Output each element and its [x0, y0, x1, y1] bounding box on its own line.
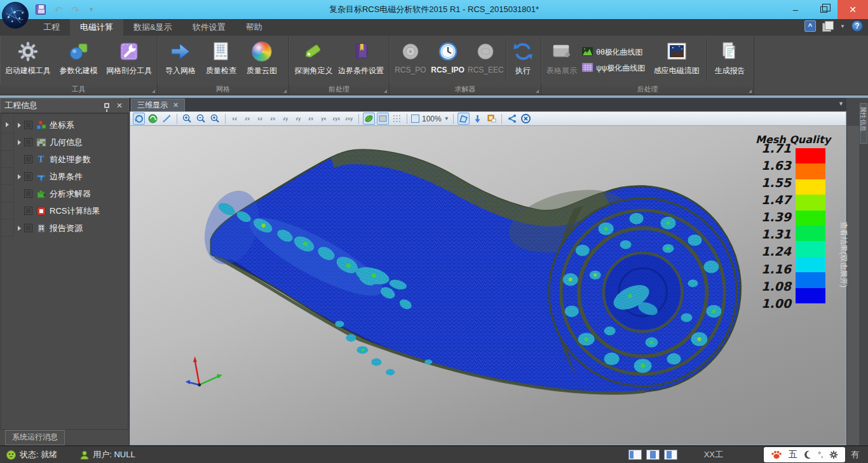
copy-window-icon[interactable] — [485, 113, 498, 125]
ime-toolbar[interactable]: 五 °, — [764, 447, 845, 462]
view-zx3-button[interactable]: zx — [306, 113, 316, 124]
flat-surface-icon[interactable] — [377, 113, 389, 125]
document-area: 三维显示 ✕ ▼ x — [130, 98, 846, 445]
property-info-tab[interactable]: 属性信息 — [860, 103, 867, 144]
polygon-select-icon[interactable] — [458, 113, 470, 125]
import-mesh-button[interactable]: 导入网格 — [160, 37, 201, 84]
tree-checkbox[interactable] — [24, 207, 32, 215]
tab-help[interactable]: 帮助 — [236, 19, 273, 36]
group-expand-icon[interactable] — [749, 90, 752, 93]
layout-center-panel-icon[interactable] — [646, 450, 660, 460]
launch-modeler-button[interactable]: 启动建模工具 — [3, 37, 53, 84]
view-zx-button[interactable]: zx — [242, 113, 253, 124]
view-iso1-button[interactable]: zyx — [331, 113, 342, 124]
panel-close-icon[interactable]: ✕ — [114, 101, 125, 110]
help-icon[interactable]: ? — [851, 20, 863, 32]
tree-item-coordinate-system[interactable]: 坐标系 — [1, 116, 128, 134]
psi-curve-button[interactable]: ψψ极化曲线图 — [582, 63, 645, 74]
view-zx2-button[interactable]: zx — [268, 113, 278, 124]
tree-checkbox[interactable] — [24, 155, 32, 163]
view-yx-button[interactable]: yx — [318, 113, 329, 124]
restore-button[interactable] — [810, 0, 837, 19]
tab-list-dropdown-icon[interactable]: ▼ — [838, 100, 844, 107]
fit-extents-icon[interactable] — [161, 113, 173, 125]
app-logo-icon[interactable] — [2, 2, 29, 29]
tab-em-compute[interactable]: 电磁计算 — [70, 19, 123, 36]
orbit-rotate-icon[interactable] — [133, 113, 145, 125]
tab-software-settings[interactable]: 软件设置 — [182, 19, 236, 36]
zoom-out-icon[interactable] — [195, 113, 207, 125]
tree-checkbox[interactable] — [24, 224, 32, 232]
tree-item-rcs-results[interactable]: RCS计算结果 — [1, 202, 128, 219]
3d-viewport[interactable]: Mesh Quality 1.71 1.63 1.55 1.47 1.39 1.… — [130, 126, 846, 445]
quality-cloud-button[interactable]: 质量云图 — [241, 37, 282, 84]
ime-settings-gear-icon[interactable] — [829, 450, 838, 459]
ribbon-collapse-icon[interactable]: ^ — [804, 20, 816, 32]
results-collapsed-panel[interactable]: 查看结果(双击展开) — [846, 126, 859, 445]
layout-right-panel-icon[interactable] — [664, 450, 677, 460]
refresh-view-icon[interactable] — [147, 113, 159, 125]
pin-icon[interactable] — [104, 103, 109, 108]
system-message-tab[interactable]: 系统运行消息 — [5, 430, 65, 445]
expand-icon[interactable] — [14, 123, 24, 128]
zoom-window-icon[interactable] — [209, 113, 221, 125]
ime-paw-icon[interactable] — [771, 450, 782, 460]
execute-button[interactable]: 执行 — [508, 37, 538, 84]
rcs-ipo-button[interactable]: RCS_IPO — [429, 37, 467, 84]
induction-map-button[interactable]: 感应电磁流图 — [648, 37, 705, 84]
group-expand-icon[interactable] — [536, 90, 539, 93]
probe-angle-button[interactable]: 探测角定义 — [292, 37, 336, 84]
expand-icon[interactable] — [14, 174, 24, 179]
view-zy2-button[interactable]: zy — [293, 113, 304, 124]
layout-dropdown-icon[interactable]: ▼ — [840, 24, 845, 29]
boundary-setup-button[interactable]: 边界条件设置 — [336, 37, 386, 84]
ime-mode-label[interactable]: 五 — [789, 449, 797, 460]
theta-curve-button[interactable]: θθ极化曲线图 — [582, 47, 645, 58]
param-modeling-button[interactable]: 参数化建模 — [53, 37, 104, 84]
table-window-icon — [551, 39, 573, 64]
view-iso2-button[interactable]: zxy — [344, 113, 355, 124]
mesh-tool-button[interactable]: 网格剖分工具 — [104, 37, 154, 84]
generate-report-button[interactable]: 生成报告 — [709, 37, 751, 84]
tree-checkbox[interactable] — [24, 138, 32, 146]
share-nodes-icon[interactable] — [506, 113, 518, 125]
tab-project[interactable]: 工程 — [33, 19, 70, 36]
expand-icon[interactable] — [14, 226, 24, 231]
tree-checkbox[interactable] — [24, 121, 32, 129]
ime-moon-icon[interactable] — [803, 450, 811, 459]
cancel-circle-icon[interactable] — [520, 113, 532, 125]
coordinate-blocks-icon — [36, 120, 46, 130]
expand-icon[interactable] — [14, 140, 24, 145]
zoom-level-select[interactable]: 100% ▼ — [411, 114, 449, 123]
tab-close-icon[interactable]: ✕ — [173, 101, 179, 109]
view-zy-button[interactable]: zy — [280, 113, 291, 124]
zoom-level-value: 100% — [422, 114, 442, 123]
minimize-button[interactable]: – — [782, 0, 810, 19]
view-xz-button[interactable]: xz — [229, 113, 240, 124]
tree-item-preprocess-params[interactable]: T 前处理参数 — [1, 151, 128, 168]
layout-left-panel-icon[interactable] — [628, 450, 642, 460]
tree-item-boundary-conditions[interactable]: 边界条件 — [1, 168, 128, 185]
zoom-in-icon[interactable] — [181, 113, 193, 125]
tree-checkbox[interactable] — [24, 172, 32, 181]
view-xz2-button[interactable]: xz — [255, 113, 266, 124]
group-expand-icon[interactable] — [283, 90, 287, 93]
window-layout-icon[interactable] — [822, 21, 834, 31]
wireframe-dots-icon[interactable] — [391, 113, 403, 125]
tree-gutter — [1, 116, 14, 134]
tree-checkbox[interactable] — [24, 190, 32, 198]
import-view-icon[interactable] — [471, 113, 484, 125]
tree-item-report-resources[interactable]: 报告资源 — [1, 219, 128, 237]
tab-data-display[interactable]: 数据&显示 — [123, 19, 182, 36]
quality-check-button[interactable]: 质量检查 — [201, 37, 241, 84]
close-button[interactable]: ✕ — [837, 0, 868, 19]
tree-item-geometry-info[interactable]: 几何信息 — [1, 134, 128, 151]
tab-3d-display[interactable]: 三维显示 ✕ — [131, 99, 185, 111]
group-expand-icon[interactable] — [384, 90, 387, 93]
tree-item-analysis-solver[interactable]: 分析求解器 — [1, 185, 128, 202]
shaded-mode-icon[interactable] — [363, 113, 375, 125]
group-expand-icon[interactable] — [152, 90, 155, 93]
zoom-dropdown-icon[interactable]: ▼ — [444, 116, 449, 121]
restore-icon — [820, 6, 827, 13]
ime-punctuation-label[interactable]: °, — [818, 450, 823, 459]
